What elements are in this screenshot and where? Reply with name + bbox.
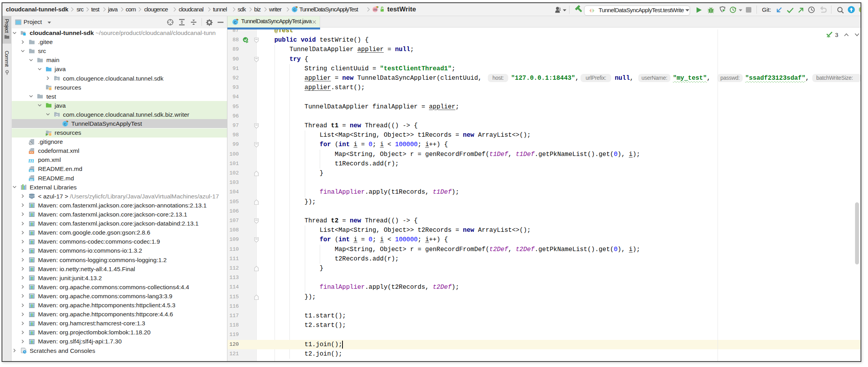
svg-text:C: C xyxy=(234,20,237,24)
